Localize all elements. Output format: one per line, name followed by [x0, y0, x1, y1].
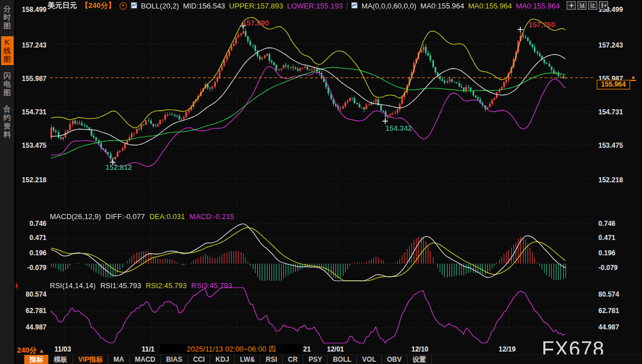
macd-axis-label: 0.746 [17, 220, 46, 228]
rsi-axis-label: 80.574 [598, 290, 628, 298]
trading-app-window: 分时图 K线图 闪电图 合约资料 美元日元 【240分】 + BOLL(20,2… [0, 0, 642, 364]
rsi2-value: RSI2:45.793 [146, 281, 186, 290]
macd-axis-label: -0.079 [17, 264, 46, 272]
toolbar-item-indicator[interactable]: 指标 [24, 355, 49, 364]
price-axis-label: 154.731 [598, 108, 628, 116]
rsi-label: RSI(14,14,14) [50, 281, 96, 290]
toolbar-item-settings[interactable]: 设置 [407, 355, 432, 364]
indicator-toolbar: 指标 模板 VIP指标 MA MACD BIAS CCI KDJ LW& RSI… [16, 354, 642, 364]
boll-lower-value: LOWER:155.193 [287, 2, 343, 10]
main-chart-canvas[interactable] [50, 8, 594, 209]
boll-label: BOLL(20,2) [141, 2, 179, 10]
toolbar-item-vol[interactable]: VOL [357, 355, 382, 364]
macd-diff-value: DIFF:-0.077 [105, 212, 144, 221]
period-label[interactable]: 【240分】 [81, 1, 116, 11]
sidebar-item-contract-info[interactable]: 合约资料 [1, 103, 14, 140]
chart-header: 美元日元 【240分】 + BOLL(20,2) MID:156.543 UPP… [48, 1, 564, 10]
price-alert-icon[interactable]: ▲ [631, 75, 636, 81]
macd-axis-label: 0.471 [598, 234, 628, 242]
date-label: 12/10 [411, 345, 428, 353]
pane-layout-icon-1[interactable] [577, 1, 586, 10]
ma0-magenta-value: MA0:155.964 [516, 2, 560, 10]
ma0-white-value: MA0:155.964 [420, 2, 464, 10]
sidebar-item-kline-chart[interactable]: K线图 [1, 36, 14, 65]
price-axis-label: 152.218 [17, 176, 46, 184]
price-axis-label: 154.731 [17, 108, 46, 116]
price-axis-label: 157.243 [17, 41, 46, 49]
left-sidebar: 分时图 K线图 闪电图 合约资料 [0, 0, 16, 364]
low-annotation-1: 152.812 [105, 163, 132, 172]
period-text: 240分 [17, 346, 37, 354]
current-price-tag: 155.964 [597, 80, 630, 89]
toolbar-item-template[interactable]: 模板 [49, 355, 73, 364]
bar-datetime-tooltip: 2025/11/13 02:00~06:00 四 [160, 344, 302, 354]
price-axis-label: 155.987 [17, 75, 46, 83]
toolbar-item-kdj[interactable]: KDJ [210, 355, 235, 364]
macd-bar-value: MACD:-0.215 [190, 212, 235, 221]
price-axis-label: 153.475 [598, 142, 628, 149]
toolbar-item-vip-indicator[interactable]: VIP指标 [73, 355, 108, 364]
macd-chart-canvas[interactable] [50, 217, 594, 282]
triangle-up-icon: ▲ [39, 348, 44, 354]
price-axis-label: 158.499 [17, 6, 46, 14]
window-controls [567, 1, 608, 10]
boll-mid-value: MID:156.543 [183, 2, 225, 10]
rsi-axis-label: 44.987 [17, 323, 46, 331]
macd-axis-label: 0.746 [598, 220, 628, 228]
plus-circle-icon[interactable]: + [120, 2, 127, 10]
rsi3-value: RSI3:45.793 [192, 281, 232, 290]
date-label-clipped: 21 [303, 345, 311, 353]
macd-axis-label: 0.196 [17, 249, 46, 257]
symbol-title: 美元日元 [48, 1, 77, 11]
header-divider [347, 2, 347, 9]
toolbar-item-boll[interactable]: BOLL [328, 355, 357, 364]
boll-upper-value: UPPER:157.893 [229, 2, 283, 10]
high-annotation-2: 157.760 [529, 20, 555, 29]
pane-shift-icon[interactable] [599, 1, 608, 10]
toolbar-item-ma[interactable]: MA [108, 355, 130, 364]
rsi-axis-label: 62.781 [17, 307, 46, 315]
macd-axis-label: 0.196 [598, 249, 628, 257]
toolbar-item-bias[interactable]: BIAS [161, 355, 188, 364]
date-label: 12/19 [499, 345, 516, 353]
line-chart-icon [131, 2, 137, 10]
sidebar-item-lightning-chart[interactable]: 闪电图 [1, 70, 14, 99]
price-axis-label: 152.218 [598, 176, 628, 184]
price-axis-label: 153.475 [17, 142, 46, 149]
rsi-axis-label: 44.987 [598, 323, 628, 331]
sidebar-item-timeshare-chart[interactable]: 分时图 [1, 3, 14, 32]
rsi-axis-label: 80.574 [17, 290, 46, 298]
date-label: 11/03 [54, 345, 71, 353]
rsi-header: RSI(14,14,14) RSI1:45.793 RSI2:45.793 RS… [50, 281, 237, 290]
rsi-axis-label: 62.781 [598, 307, 628, 315]
toolbar-item-cr[interactable]: CR [283, 355, 303, 364]
macd-dea-value: DEA:0.031 [150, 212, 185, 221]
date-label-clipped: 11/1 [142, 345, 155, 353]
rsi-chart-canvas[interactable] [50, 286, 594, 344]
toolbar-item-obv[interactable]: OBV [382, 355, 407, 364]
low-annotation-2: 154.342 [385, 124, 412, 132]
pane-layout-icon-2[interactable] [588, 1, 597, 10]
line-chart-icon [351, 2, 358, 10]
ma0-yellow-value: MA0:155.964 [468, 2, 512, 10]
macd-axis-label: -0.079 [598, 264, 628, 272]
toolbar-item-cci[interactable]: CCI [188, 355, 211, 364]
macd-header: MACD(26,12,9) DIFF:-0.077 DEA:0.031 MACD… [50, 212, 239, 221]
date-label: 12/01 [327, 345, 344, 353]
macd-label: MACD(26,12,9) [50, 212, 101, 221]
ma-label: MA(0,0,0,60,0,0) [362, 2, 416, 10]
high-annotation-1: 157.890 [243, 19, 269, 27]
price-axis-label: 157.243 [598, 41, 628, 49]
crosshair-icon[interactable] [567, 1, 576, 10]
toolbar-item-lw[interactable]: LW& [235, 355, 261, 364]
macd-axis-label: 0.471 [17, 234, 46, 242]
toolbar-item-psy[interactable]: PSY [303, 355, 328, 364]
toolbar-item-macd[interactable]: MACD [130, 355, 161, 364]
rsi1-value: RSI1:45.793 [100, 281, 141, 290]
toolbar-item-rsi[interactable]: RSI [261, 355, 283, 364]
